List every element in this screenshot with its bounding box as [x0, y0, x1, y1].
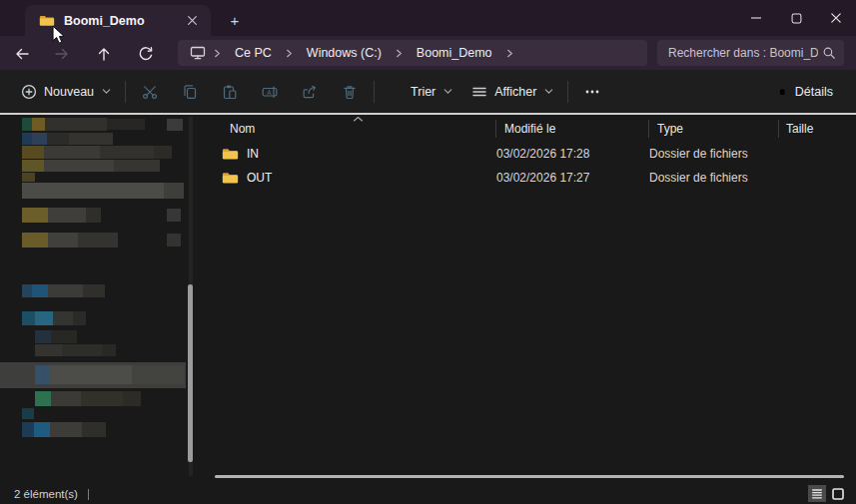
view-button-label: Afficher: [494, 85, 536, 99]
chevron-down-icon: [543, 86, 554, 97]
details-button-label: Détails: [795, 85, 833, 99]
up-button[interactable]: [92, 42, 116, 66]
this-pc-icon: [190, 45, 206, 61]
maximize-button[interactable]: [776, 0, 816, 36]
list-header-row: Nom Modifié le Type Taille: [215, 115, 856, 142]
search-input[interactable]: [668, 46, 818, 60]
status-divider: [88, 489, 89, 500]
column-header-size[interactable]: Taille: [779, 120, 856, 138]
folder-icon: [222, 147, 239, 161]
address-bar[interactable]: Ce PC Windows (C:) Boomi_Demo: [178, 40, 647, 66]
chevron-right-icon[interactable]: [504, 48, 515, 59]
back-button[interactable]: [10, 42, 34, 66]
chevron-down-icon: [442, 86, 453, 97]
file-name: OUT: [247, 171, 272, 185]
file-modified: 03/02/2026 17:27: [496, 171, 649, 185]
copy-icon: [182, 84, 198, 100]
chevron-down-icon: [101, 86, 112, 97]
copy-button[interactable]: [170, 77, 210, 107]
file-modified: 03/02/2026 17:28: [496, 147, 649, 161]
sidebar-scrollbar-thumb[interactable]: [188, 284, 193, 462]
new-tab-button[interactable]: +: [222, 9, 248, 31]
command-toolbar: Nouveau Trier Afficher Détails: [0, 70, 856, 113]
sort-arrows-icon: [388, 84, 404, 100]
file-row[interactable]: IN 03/02/2026 17:28 Dossier de fichiers: [215, 142, 856, 166]
search-box: [657, 40, 844, 66]
toolbar-divider: [125, 81, 126, 103]
file-name: IN: [247, 147, 259, 161]
horizontal-scrollbar[interactable]: [215, 475, 844, 478]
details-view-toggle[interactable]: [808, 485, 826, 502]
plus-circle-icon: [21, 84, 37, 100]
toolbar-divider: [567, 81, 568, 103]
sort-ascending-icon: [353, 116, 364, 122]
share-button[interactable]: [290, 77, 330, 107]
icons-view-toggle[interactable]: [829, 485, 847, 502]
sort-button-label: Trier: [411, 85, 435, 99]
column-header-type[interactable]: Type: [649, 120, 779, 138]
breadcrumb-ce-pc[interactable]: Ce PC: [229, 46, 278, 60]
chevron-right-icon[interactable]: [394, 48, 405, 59]
cut-button[interactable]: [130, 77, 170, 107]
toolbar-divider: [374, 81, 375, 103]
status-bar: 2 élément(s): [0, 484, 856, 504]
file-explorer-window: Boomi_Demo + Ce PC Windows (C:) Boomi_De…: [0, 0, 856, 504]
file-row[interactable]: OUT 03/02/2026 17:27 Dossier de fichiers: [215, 166, 856, 190]
column-header-modified[interactable]: Modifié le: [496, 120, 649, 138]
tab-title: Boomi_Demo: [64, 14, 174, 28]
view-toggles: [808, 485, 847, 502]
close-tab-icon[interactable]: [183, 12, 201, 30]
column-header-name[interactable]: Nom: [215, 120, 496, 138]
ellipsis-icon: [583, 84, 601, 100]
refresh-button[interactable]: [134, 42, 158, 66]
search-icon[interactable]: [822, 46, 836, 60]
minimize-button[interactable]: [736, 0, 776, 36]
chevron-right-icon[interactable]: [212, 48, 223, 59]
window-controls: [736, 0, 856, 36]
file-type: Dossier de fichiers: [649, 171, 779, 185]
folder-icon: [222, 171, 239, 185]
breadcrumb-windows-c[interactable]: Windows (C:): [301, 46, 388, 60]
sort-button[interactable]: Trier: [379, 77, 462, 107]
titlebar: Boomi_Demo +: [0, 0, 856, 36]
sidebar-nav-pane[interactable]: [0, 115, 200, 484]
new-button-label: Nouveau: [44, 85, 94, 99]
rename-icon: [262, 84, 278, 100]
paste-button[interactable]: [210, 77, 250, 107]
new-button[interactable]: Nouveau: [12, 77, 121, 107]
mouse-cursor: [52, 26, 65, 46]
delete-button[interactable]: [330, 77, 370, 107]
share-icon: [302, 84, 318, 100]
details-view-icon: [810, 487, 824, 501]
details-pane-button[interactable]: Détails: [761, 77, 842, 107]
close-button[interactable]: [816, 0, 856, 36]
more-options-button[interactable]: [572, 77, 612, 107]
details-pane-icon: [770, 84, 788, 100]
trash-icon: [342, 84, 358, 100]
icons-view-icon: [831, 487, 845, 501]
main-area: Nom Modifié le Type Taille IN 03/02/2026…: [0, 115, 856, 484]
rename-button[interactable]: [250, 77, 290, 107]
scissors-icon: [142, 84, 158, 100]
paste-icon: [222, 84, 238, 100]
items-count: 2 élément(s): [14, 488, 78, 500]
chevron-right-icon[interactable]: [284, 48, 295, 59]
breadcrumb-boomi-demo[interactable]: Boomi_Demo: [411, 46, 498, 60]
file-list-pane: Nom Modifié le Type Taille IN 03/02/2026…: [215, 115, 856, 484]
file-type: Dossier de fichiers: [649, 147, 779, 161]
list-lines-icon: [471, 84, 487, 100]
view-button[interactable]: Afficher: [462, 77, 563, 107]
navigation-bar: Ce PC Windows (C:) Boomi_Demo: [0, 36, 856, 70]
